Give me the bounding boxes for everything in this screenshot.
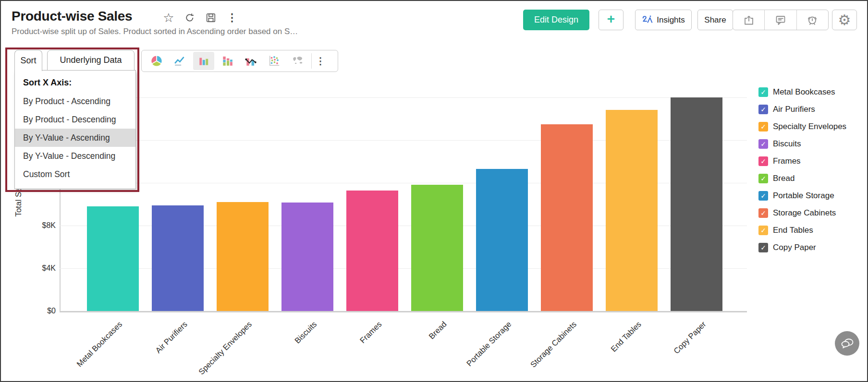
save-icon[interactable] (205, 12, 217, 24)
bar-air-purifiers[interactable] (152, 205, 204, 311)
legend-item-specialty-envelopes[interactable]: ✓Specialty Envelopes (758, 122, 846, 131)
comment-icon[interactable] (764, 10, 796, 30)
page-title: Product-wise Sales (12, 9, 132, 24)
legend-label: Biscuits (773, 139, 801, 149)
legend-checkbox[interactable]: ✓ (758, 191, 768, 201)
x-axis-line (60, 311, 747, 312)
tab-underlying-data[interactable]: Underlying Data (47, 50, 134, 71)
legend-checkbox[interactable]: ✓ (758, 87, 768, 97)
y-tick-label: $8K (19, 221, 56, 230)
bar-end-tables[interactable] (606, 110, 658, 311)
legend-checkbox[interactable]: ✓ (758, 139, 768, 149)
bar-biscuits[interactable] (281, 203, 333, 311)
legend-item-copy-paper[interactable]: ✓Copy Paper (758, 243, 846, 252)
scatter-chart-icon[interactable] (264, 52, 285, 70)
legend-label: Specialty Envelopes (773, 122, 846, 131)
legend-item-bread[interactable]: ✓Bread (758, 174, 846, 183)
star-icon[interactable]: ☆ (162, 12, 175, 24)
more-charts-icon[interactable]: ⋮ (315, 55, 326, 67)
bar-metal-bookcases[interactable] (87, 206, 139, 311)
legend: ✓Metal Bookcases✓Air Purifiers✓Specialty… (758, 87, 846, 260)
legend-label: Bread (773, 174, 795, 183)
bar-storage-cabinets[interactable] (541, 124, 593, 311)
chat-support-icon[interactable] (835, 331, 859, 356)
y-tick-label: $0 (19, 307, 56, 315)
bar-frames[interactable] (346, 191, 398, 311)
add-button[interactable]: + (599, 10, 623, 30)
legend-item-air-purifiers[interactable]: ✓Air Purifiers (758, 105, 846, 114)
legend-label: Storage Cabinets (773, 208, 836, 218)
title-icon-row: ☆ ⋮ (162, 12, 238, 24)
tab-sort[interactable]: Sort (14, 50, 42, 71)
bar-specialty-envelopes[interactable] (217, 202, 269, 311)
line-chart-icon[interactable] (170, 52, 191, 70)
edit-design-button[interactable]: Edit Design (523, 10, 589, 30)
legend-label: Metal Bookcases (773, 87, 835, 97)
x-axis-label: Air Purifiers (154, 320, 189, 355)
legend-label: Portable Storage (773, 191, 834, 201)
alert-icon[interactable] (796, 10, 828, 30)
insights-label: Insights (657, 15, 685, 25)
bar-copy-paper[interactable] (671, 97, 722, 311)
legend-item-biscuits[interactable]: ✓Biscuits (758, 139, 846, 149)
gridline (60, 97, 747, 98)
stacked-bar-icon[interactable] (217, 52, 238, 70)
legend-checkbox[interactable]: ✓ (758, 208, 768, 218)
legend-label: Air Purifiers (773, 105, 815, 114)
bar-portable-storage[interactable] (476, 169, 528, 311)
legend-checkbox[interactable]: ✓ (758, 243, 768, 252)
analytics-report-window: Product-wise Sales ☆ ⋮ Product-wise spli… (0, 0, 868, 382)
legend-label: Copy Paper (773, 243, 816, 252)
sort-dropdown-menu: Sort X Axis: By Product - AscendingBy Pr… (14, 70, 136, 189)
y-tick-label: $4K (19, 264, 56, 273)
x-axis-label: End Tables (609, 320, 643, 354)
x-axis-label: Frames (358, 320, 383, 345)
sort-menu-item-custom-sort[interactable]: Custom Sort (15, 165, 135, 183)
sort-menu-item-by-product---descending[interactable]: By Product - Descending (15, 110, 135, 129)
x-axis-label: Bread (427, 320, 449, 341)
legend-item-frames[interactable]: ✓Frames (758, 156, 846, 166)
legend-checkbox[interactable]: ✓ (758, 156, 768, 166)
export-icon[interactable] (733, 10, 764, 30)
x-axis-label: Metal Bookcases (75, 320, 124, 369)
bar-chart-icon[interactable] (193, 52, 214, 70)
sort-menu-item-by-product---ascending[interactable]: By Product - Ascending (15, 92, 135, 110)
x-axis-label: Specialty Envelopes (197, 320, 254, 377)
chart-type-toolbar: ⋮ (141, 50, 338, 72)
zia-insights-icon (642, 15, 653, 25)
insights-button[interactable]: Insights (635, 10, 692, 30)
sort-menu-item-by-y-value---descending[interactable]: By Y-Value - Descending (15, 147, 135, 165)
combo-chart-icon[interactable] (240, 52, 261, 70)
legend-checkbox[interactable]: ✓ (758, 226, 768, 235)
sort-menu-header: Sort X Axis: (15, 73, 135, 92)
more-vertical-icon[interactable]: ⋮ (226, 12, 238, 24)
legend-item-end-tables[interactable]: ✓End Tables (758, 226, 846, 235)
refresh-icon[interactable] (183, 12, 196, 24)
share-button[interactable]: Share (697, 10, 733, 30)
bar-bread[interactable] (411, 185, 463, 311)
x-axis-label: Portable Storage (465, 320, 513, 368)
settings-gear-icon[interactable]: ⚙ (832, 10, 857, 30)
legend-checkbox[interactable]: ✓ (758, 174, 768, 183)
pie-chart-icon[interactable] (146, 52, 167, 70)
legend-label: End Tables (773, 226, 813, 235)
x-axis-label: Storage Cabinets (528, 320, 578, 370)
header-icon-group (733, 10, 829, 30)
legend-label: Frames (773, 156, 801, 166)
sort-menu-item-by-y-value---ascending[interactable]: By Y-Value - Ascending (15, 129, 135, 147)
map-chart-icon[interactable] (287, 52, 308, 70)
legend-item-metal-bookcases[interactable]: ✓Metal Bookcases (758, 87, 846, 97)
toolbar-divider (311, 53, 312, 69)
report-description: Product-wise split up of Sales. Product … (12, 27, 298, 36)
legend-checkbox[interactable]: ✓ (758, 122, 768, 131)
legend-item-storage-cabinets[interactable]: ✓Storage Cabinets (758, 208, 846, 218)
x-axis-label: Biscuits (293, 320, 319, 346)
legend-checkbox[interactable]: ✓ (758, 105, 768, 114)
x-axis-label: Copy Paper (672, 320, 708, 356)
legend-item-portable-storage[interactable]: ✓Portable Storage (758, 191, 846, 201)
